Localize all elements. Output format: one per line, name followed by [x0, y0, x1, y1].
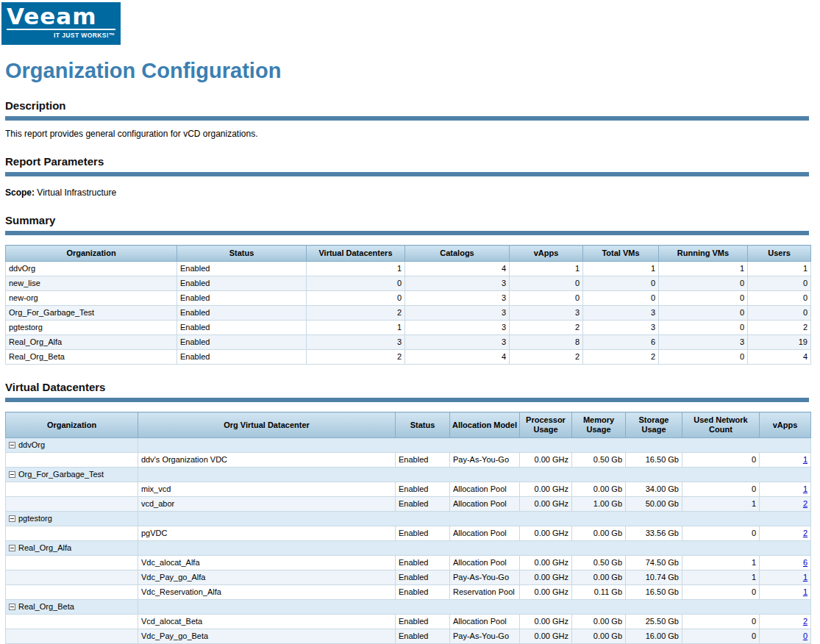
- vdc-org-cell: [6, 615, 138, 629]
- collapse-icon[interactable]: [9, 471, 15, 478]
- vdc-processor-usage-cell: 0.00 GHz: [520, 482, 572, 497]
- vdc-name-cell: mix_vcd: [138, 482, 396, 497]
- vdc-storage-usage-cell: 34.00 Gb: [626, 482, 682, 497]
- vdc-header-row: Organization Org Virtual Datacenter Stat…: [6, 412, 811, 438]
- vdc-name-cell: vcd_abor: [138, 497, 396, 512]
- vdc-vapps-cell: 1: [760, 482, 811, 497]
- summary-cell: 0: [659, 321, 748, 335]
- vdc-processor-usage-cell: 0.00 GHz: [520, 570, 572, 585]
- vapps-link[interactable]: 2: [803, 617, 807, 626]
- summary-row: Org_For_Garbage_TestEnabled233300: [6, 306, 811, 321]
- vdc-status-cell: Enabled: [396, 615, 450, 629]
- summary-header-row: Organization Status Virtual Datacenters …: [6, 246, 811, 262]
- vdc-allocation-model-cell: Allocation Pool: [450, 526, 520, 541]
- description-heading: Description: [5, 99, 820, 112]
- summary-row: new_liseEnabled030000: [6, 276, 811, 291]
- vapps-link[interactable]: 6: [803, 558, 807, 567]
- veeam-logo-text: Veeam: [7, 4, 115, 28]
- collapse-icon[interactable]: [9, 545, 15, 551]
- summary-cell: Real_Org_Alfa: [6, 335, 177, 350]
- report-page: Veeam IT JUST WORKS!™ Organization Confi…: [0, 0, 820, 644]
- vdc-vapps-cell: 6: [760, 556, 811, 570]
- collapse-icon[interactable]: [9, 604, 15, 610]
- vdc-status-cell: Enabled: [396, 526, 450, 541]
- vdc-status-cell: Enabled: [396, 453, 450, 468]
- vdc-vapps-cell: 1: [760, 585, 811, 600]
- vdc-allocation-model-cell: Pay-As-You-Go: [450, 629, 520, 644]
- summary-cell: 1: [307, 321, 405, 335]
- vdc-name-cell: Vdc_Pay_go_Alfa: [138, 570, 396, 585]
- collapse-icon[interactable]: [9, 515, 15, 522]
- vdc-col-header-memory-usage: Memory Usage: [572, 412, 626, 438]
- vdc-memory-usage-cell: 0.00 Gb: [572, 482, 626, 497]
- vdc-org-cell: [6, 453, 138, 468]
- summary-cell: 2: [307, 350, 405, 365]
- vdc-name-cell: Vdc_alocat_Alfa: [138, 556, 396, 570]
- vapps-link[interactable]: 2: [803, 499, 807, 508]
- group-organization-label: ddvOrg: [18, 440, 45, 449]
- collapse-icon[interactable]: [9, 442, 15, 448]
- summary-cell: 2: [748, 321, 811, 335]
- vdc-allocation-model-cell: Allocation Pool: [450, 497, 520, 512]
- summary-cell: Org_For_Garbage_Test: [6, 306, 177, 321]
- vdc-used-network-count-cell: 0: [682, 453, 760, 468]
- vdc-vapps-cell: 2: [760, 615, 811, 629]
- vdc-used-network-count-cell: 0: [682, 615, 760, 629]
- vdc-table: Organization Org Virtual Datacenter Stat…: [5, 412, 811, 644]
- summary-col-header-running-vms: Running VMs: [659, 246, 748, 262]
- vdc-vapps-cell: 0: [760, 629, 811, 644]
- summary-cell: 3: [659, 335, 748, 350]
- summary-cell: Enabled: [177, 276, 307, 291]
- vdc-allocation-model-cell: Pay-As-You-Go: [450, 453, 520, 468]
- vdc-processor-usage-cell: 0.00 GHz: [520, 629, 572, 644]
- summary-col-header-virtual-datacenters: Virtual Datacenters: [307, 246, 405, 262]
- summary-cell: 4: [405, 262, 510, 276]
- vdc-org-cell: [6, 497, 138, 512]
- vapps-link[interactable]: 1: [803, 455, 807, 464]
- group-row-filler: [138, 512, 811, 526]
- summary-cell: 0: [659, 350, 748, 365]
- summary-row: ddvOrgEnabled141111: [6, 262, 811, 276]
- group-row-filler: [138, 438, 811, 453]
- summary-col-header-vapps: vApps: [510, 246, 583, 262]
- summary-heading: Summary: [5, 214, 820, 227]
- vdc-col-header-vapps: vApps: [760, 412, 811, 438]
- vdc-memory-usage-cell: 0.00 Gb: [572, 570, 626, 585]
- summary-cell: 1: [307, 262, 405, 276]
- vdc-row: pgVDCEnabledAllocation Pool0.00 GHz0.00 …: [6, 526, 811, 541]
- vdc-used-network-count-cell: 0: [682, 482, 760, 497]
- report-parameters-divider-bar: [5, 172, 809, 176]
- group-organization-label: Real_Org_Beta: [18, 602, 74, 611]
- vapps-link[interactable]: 1: [803, 573, 807, 582]
- vdc-group-row: Org_For_Garbage_Test: [6, 468, 811, 482]
- summary-cell: 4: [405, 350, 510, 365]
- vdc-used-network-count-cell: 0: [682, 526, 760, 541]
- vdc-memory-usage-cell: 0.50 Gb: [572, 453, 626, 468]
- summary-cell: 0: [510, 291, 583, 306]
- vdc-group-row: pgtestorg: [6, 512, 811, 526]
- report-parameters-heading: Report Parameters: [5, 155, 820, 168]
- vdc-processor-usage-cell: 0.00 GHz: [520, 556, 572, 570]
- vdc-processor-usage-cell: 0.00 GHz: [520, 497, 572, 512]
- vdc-vapps-cell: 1: [760, 570, 811, 585]
- summary-cell: Enabled: [177, 262, 307, 276]
- vdc-row: Vdc_Reservation_AlfaEnabledReservation P…: [6, 585, 811, 600]
- vapps-link[interactable]: 1: [803, 587, 807, 596]
- vdc-allocation-model-cell: Reservation Pool: [450, 585, 520, 600]
- vdc-memory-usage-cell: 1.00 Gb: [572, 497, 626, 512]
- vdc-storage-usage-cell: 33.56 Gb: [626, 526, 682, 541]
- vdc-status-cell: Enabled: [396, 497, 450, 512]
- vdc-table-body: ddvOrgddv's Organization VDCEnabledPay-A…: [6, 438, 811, 644]
- vdc-processor-usage-cell: 0.00 GHz: [520, 453, 572, 468]
- vdc-storage-usage-cell: 74.50 Gb: [626, 556, 682, 570]
- vdc-used-network-count-cell: 1: [682, 556, 760, 570]
- vdc-row: Vdc_Pay_go_BetaEnabledPay-As-You-Go0.00 …: [6, 629, 811, 644]
- vapps-link[interactable]: 2: [803, 529, 807, 537]
- summary-cell: Real_Org_Beta: [6, 350, 177, 365]
- vapps-link[interactable]: 1: [803, 484, 807, 493]
- vdc-org-cell: [6, 556, 138, 570]
- vdc-org-cell: [6, 482, 138, 497]
- group-organization-cell: Real_Org_Beta: [6, 600, 138, 615]
- vdc-col-header-allocation-model: Allocation Model: [450, 412, 520, 438]
- vapps-link[interactable]: 0: [803, 632, 807, 640]
